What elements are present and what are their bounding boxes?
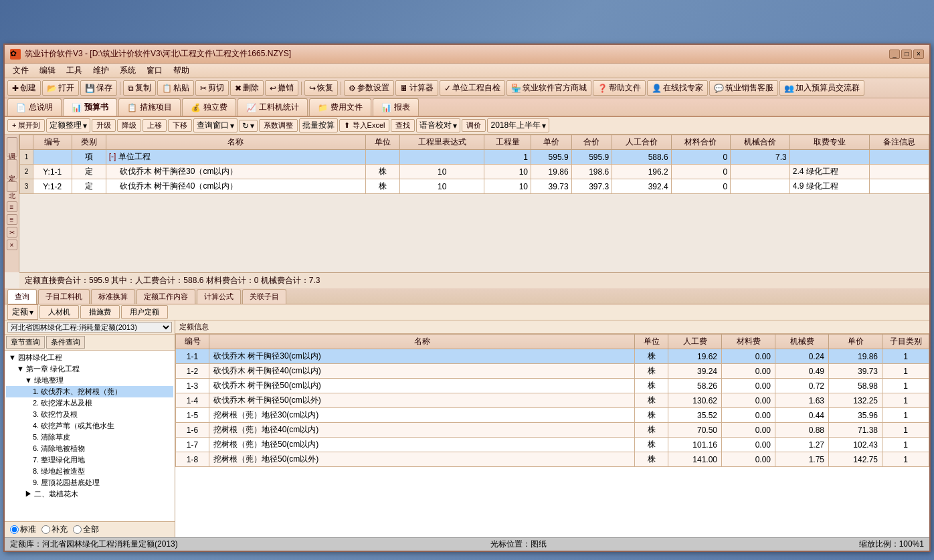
btn-forum[interactable]: 👥 加入预算员交流群 [779, 80, 864, 96]
sub-tab-measures-fee[interactable]: 措施费 [80, 305, 120, 319]
side-btn-6[interactable]: ✂ [7, 227, 17, 238]
side-btn-2[interactable]: 定 [7, 159, 17, 179]
tab-query[interactable]: 查询 [7, 289, 37, 304]
radio-standard[interactable]: 标准 [10, 524, 36, 535]
radio-supplement[interactable]: 补充 [41, 524, 68, 535]
side-btn-5[interactable]: ≡ [7, 214, 17, 225]
menu-file[interactable]: 文件 [7, 64, 34, 78]
tab-summary[interactable]: 📄 总说明 [7, 98, 62, 116]
tree-item[interactable]: 1. 砍伐乔木、挖树根（蔸） [6, 386, 173, 397]
side-btn-4[interactable]: ≡ [7, 201, 17, 212]
btn-undo[interactable]: ↩ 撤销 [265, 80, 298, 96]
tree-item[interactable]: 7. 整理绿化用地 [6, 454, 173, 466]
btn-move-up[interactable]: 上移 [143, 119, 167, 132]
menu-maintenance[interactable]: 维护 [88, 64, 114, 78]
sub-tab-people-materials[interactable]: 人材机 [39, 305, 79, 319]
btn-find[interactable]: 查找 [391, 119, 415, 132]
table-row[interactable]: 3 Y:1-2 定 砍伐乔木 树干胸径40（cm以内） 株 10 10 39.7… [20, 179, 929, 194]
btn-year-half[interactable]: 2018年上半年 ▾ [487, 118, 549, 132]
btn-create[interactable]: ✚ 创建 [7, 80, 41, 96]
btn-chapter-search[interactable]: 章节查询 [6, 336, 45, 349]
cell-id: Y:1-1 [33, 165, 72, 179]
side-btn-3[interactable]: 北 [7, 181, 17, 192]
tree-item[interactable]: 9. 屋顶花园基底处理 [6, 477, 173, 488]
tab-formula[interactable]: 计算公式 [197, 289, 241, 304]
btn-online-expert[interactable]: 👤 在线找专家 [647, 80, 708, 96]
table-row[interactable]: 1 项 [-] 单位工程 1 595.9 595.9 588.6 0 7.3 [20, 150, 929, 165]
btn-condition-search[interactable]: 条件查询 [46, 336, 85, 349]
tab-linked[interactable]: 关联子目 [242, 289, 286, 304]
menu-window[interactable]: 窗口 [141, 64, 168, 78]
tree-item[interactable]: 3. 砍挖竹及根 [6, 409, 173, 420]
btn-calculator[interactable]: 🖩 计算器 [395, 80, 438, 96]
quota-table-row[interactable]: 1-8 挖树根（蔸）地径50(cm以外) 株 141.00 0.00 1.75 … [176, 452, 929, 467]
table-row[interactable]: 2 Y:1-1 定 砍伐乔木 树干胸径30（cm以内） 株 10 10 19.8… [20, 165, 929, 179]
quota-table-row[interactable]: 1-7 挖树根（蔸）地径50(cm以内) 株 101.16 0.00 1.27 … [176, 438, 929, 452]
quota-selector[interactable]: 河北省园林绿化工程:消耗量定额(2013) [7, 322, 172, 333]
btn-coeff-adjust[interactable]: 系数调整 [259, 119, 298, 132]
btn-restore[interactable]: ↪ 恢复 [304, 80, 338, 96]
menu-system[interactable]: 系统 [114, 64, 141, 78]
sub-tab-quota-dropdown[interactable]: 定额 ▾ [7, 304, 38, 320]
quota-table-row[interactable]: 1-3 砍伐乔木 树干胸径50(cm以内) 株 58.26 0.00 0.72 … [176, 379, 929, 393]
tree-item[interactable]: 2. 砍挖灌木丛及根 [6, 397, 173, 409]
side-btn-1[interactable]: 调 [7, 137, 17, 157]
tree-item[interactable]: 6. 清除地被植物 [6, 443, 173, 454]
btn-batch-calc[interactable]: 批量按算 [299, 118, 338, 132]
menu-edit[interactable]: 编辑 [34, 64, 61, 78]
btn-open[interactable]: 📂 打开 [42, 80, 79, 96]
btn-shop[interactable]: 🏪 筑业软件官方商城 [506, 80, 591, 96]
side-btn-7[interactable]: × [7, 240, 17, 250]
btn-self-check[interactable]: ✓ 单位工程自检 [440, 80, 505, 96]
quota-table-row[interactable]: 1-4 砍伐乔木 树干胸径50(cm以外) 株 130.62 0.00 1.63… [176, 393, 929, 408]
tree-item[interactable]: ▶ 二、栽植花木 [6, 488, 173, 500]
btn-price-adjust[interactable]: 调价 [462, 119, 486, 132]
btn-paste[interactable]: 📋 粘贴 [157, 80, 194, 96]
quota-table-row[interactable]: 1-1 砍伐乔木 树干胸径30(cm以内) 株 19.62 0.00 0.24 … [176, 349, 929, 364]
tab-standalone[interactable]: 💰 独立费 [182, 98, 236, 116]
menu-tools[interactable]: 工具 [61, 64, 88, 78]
radio-all[interactable]: 全部 [73, 524, 99, 535]
budget-icon: 📊 [72, 103, 82, 112]
forum-icon: 👥 [784, 84, 794, 93]
btn-upgrade[interactable]: 升级 [92, 119, 116, 132]
btn-sales[interactable]: 💬 筑业销售客服 [709, 80, 778, 96]
btn-expand-to[interactable]: + 展开到 [7, 119, 45, 132]
tab-std-convert[interactable]: 标准换算 [91, 289, 135, 304]
tree-item[interactable]: ▼ 绿地整理 [6, 375, 173, 386]
btn-quota-organize[interactable]: 定额整理 ▾ [46, 118, 90, 132]
tab-fees[interactable]: 📁 费用文件 [309, 98, 371, 116]
menu-help[interactable]: 帮助 [168, 64, 195, 78]
btn-move-down[interactable]: 下移 [168, 119, 192, 132]
tab-work-content[interactable]: 定额工作内容 [136, 289, 195, 304]
btn-cut[interactable]: ✂ 剪切 [195, 80, 229, 96]
quota-table-row[interactable]: 1-5 挖树根（蔸）地径30(cm以内) 株 35.52 0.00 0.44 3… [176, 408, 929, 423]
btn-query-window[interactable]: 查询窗口 ▾ [193, 118, 238, 132]
btn-voice-check[interactable]: 语音校对 ▾ [416, 118, 460, 132]
btn-help-file[interactable]: ❓ 帮助文件 [593, 80, 646, 96]
btn-copy[interactable]: ⧉ 复制 [123, 80, 156, 96]
status-left: 定额库：河北省园林绿化工程消耗量定额(2013) [10, 539, 178, 550]
quota-table-row[interactable]: 1-2 砍伐乔木 树干胸径40(cm以内) 株 39.24 0.00 0.49 … [176, 364, 929, 379]
sub-tab-user-quota[interactable]: 用户定额 [121, 305, 168, 319]
tab-measures[interactable]: 📋 措施项目 [118, 98, 181, 116]
btn-save[interactable]: 💾 保存 [80, 80, 117, 96]
tab-budget[interactable]: 📊 预算书 [63, 98, 117, 116]
quota-table-row[interactable]: 1-6 挖树根（蔸）地径40(cm以内) 株 70.50 0.00 0.88 7… [176, 423, 929, 438]
tree-item[interactable]: ▼ 第一章 绿化工程 [6, 363, 173, 375]
tab-reports[interactable]: 📊 报表 [373, 98, 419, 116]
btn-refresh[interactable]: ↻ ▾ [239, 120, 258, 132]
btn-import-excel[interactable]: ⬆ 导入Excel [339, 119, 389, 132]
btn-downgrade[interactable]: 降级 [117, 119, 141, 132]
tree-item[interactable]: 4. 砍挖芦苇（或其他水生 [6, 420, 173, 432]
btn-params[interactable]: ⚙ 参数设置 [344, 80, 394, 96]
tab-sub-items[interactable]: 子目工料机 [38, 289, 90, 304]
tree-item[interactable]: ▼ 园林绿化工程 [6, 352, 173, 363]
tree-item[interactable]: 5. 清除草皮 [6, 432, 173, 443]
tree-item[interactable]: 8. 绿地起被造型 [6, 466, 173, 477]
close-button[interactable]: × [913, 50, 924, 59]
tab-materials[interactable]: 📈 工料机统计 [238, 98, 308, 116]
btn-delete[interactable]: ✖ 删除 [230, 80, 264, 96]
minimize-button[interactable]: _ [889, 50, 900, 59]
restore-button[interactable]: □ [901, 50, 912, 59]
